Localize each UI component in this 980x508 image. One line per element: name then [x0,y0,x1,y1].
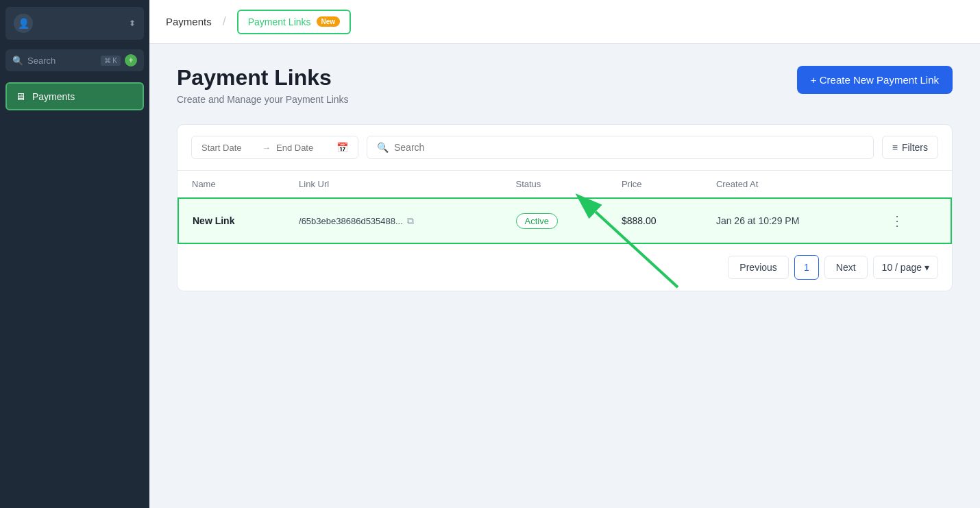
filters-label: Filters [902,142,928,153]
main-content: Payments / Payment Links New Payment Lin… [149,0,980,508]
row-name: New Link [178,198,285,243]
topnav-title: Payments [166,16,212,27]
sidebar-user[interactable]: 👤 ⬍ [5,7,144,40]
col-price: Price [608,171,702,198]
current-page[interactable]: 1 [794,255,819,280]
search-input[interactable] [394,142,863,153]
table-row[interactable]: New Link /65b3ebe38686d535488... ⧉ Activ… [178,198,951,243]
table-head: Name Link Url Status Price Created At [178,171,951,198]
payment-links-table: Name Link Url Status Price Created At Ne… [177,171,952,244]
payment-links-tab[interactable]: Payment Links New [237,10,351,34]
sidebar-item-label: Payments [32,91,75,102]
page-content: Payment Links Create and Manage your Pay… [149,44,980,508]
add-icon: + [125,54,137,66]
topnav: Payments / Payment Links New [149,0,980,44]
previous-button[interactable]: Previous [728,256,788,279]
payments-icon: 🖥 [15,90,25,102]
row-actions: ⋮ [871,198,951,243]
start-date-input[interactable] [201,143,256,153]
row-status: Active [502,198,608,243]
link-url-text: /65b3ebe38686d535488... [299,216,403,226]
chevron-down-icon: ▾ [924,262,929,273]
sidebar-search[interactable]: 🔍 Search ⌘ K + [5,49,144,71]
search-box[interactable]: 🔍 [367,136,874,159]
page-header: Payment Links Create and Manage your Pay… [177,66,953,105]
row-price: $888.00 [608,198,702,243]
table-wrapper: Name Link Url Status Price Created At Ne… [177,171,952,244]
row-more-button[interactable]: ⋮ [885,210,909,232]
search-label: Search [27,56,101,66]
sidebar-item-payments[interactable]: 🖥 Payments [5,82,144,110]
topnav-divider: / [223,14,226,29]
page-subtitle: Create and Manage your Payment Links [177,94,349,105]
new-badge: New [317,16,341,27]
date-range-picker[interactable]: → 📅 [191,136,358,159]
row-link-url: /65b3ebe38686d535488... ⧉ [285,198,502,243]
search-magnifier-icon: 🔍 [377,142,389,153]
col-created-at: Created At [702,171,871,198]
copy-icon[interactable]: ⧉ [407,215,414,227]
col-link-url: Link Url [285,171,502,198]
chevron-icon: ⬍ [129,19,136,28]
row-created-at: Jan 26 at 10:29 PM [702,198,871,243]
end-date-input[interactable] [276,143,331,153]
filters-button[interactable]: ≡ Filters [882,136,938,159]
arrow-icon: → [262,143,271,153]
calendar-icon: 📅 [336,142,348,153]
col-actions [871,171,951,198]
next-button[interactable]: Next [824,256,868,279]
col-status: Status [502,171,608,198]
table-toolbar: → 📅 🔍 ≡ Filters [177,125,952,171]
table-card: → 📅 🔍 ≡ Filters Name [177,124,953,291]
table-body: New Link /65b3ebe38686d535488... ⧉ Activ… [178,198,951,243]
page-title-section: Payment Links Create and Manage your Pay… [177,66,349,105]
per-page-selector[interactable]: 10 / page ▾ [873,256,938,279]
search-kbd: ⌘ K [101,56,121,66]
create-payment-link-button[interactable]: + Create New Payment Link [797,66,953,94]
col-name: Name [178,171,285,198]
search-icon: 🔍 [12,56,23,66]
per-page-label: 10 / page [882,262,922,273]
user-icon: 👤 [14,14,33,33]
filter-icon: ≡ [892,142,898,153]
sidebar: 👤 ⬍ 🔍 Search ⌘ K + 🖥 Payments [0,0,149,508]
status-badge: Active [516,213,558,229]
pagination: Previous 1 Next 10 / page ▾ [177,244,952,291]
tab-label: Payment Links [248,16,311,27]
page-title: Payment Links [177,66,349,90]
sidebar-nav: 🖥 Payments [0,77,149,508]
